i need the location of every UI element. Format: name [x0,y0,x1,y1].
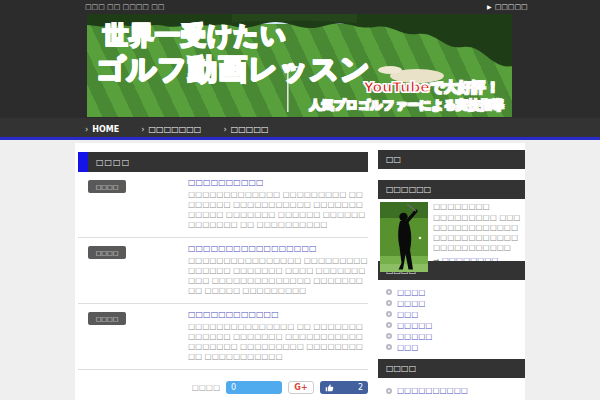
article-excerpt: □□□□□□□□□□□□□□□□ □□□□□□□□□□□□□□□ □□□□□□□… [188,256,368,296]
tweet-label: □□□□ [192,383,220,392]
sidebar-profile-heading: □□□□□□ [378,180,525,199]
article-excerpt: □□□□□□□□□□□□□□□ □□ □□□□□□□□□□□□□ □□□□□□□… [188,322,368,362]
article-row: □□□□ □□□□□□□□□□ □□□□□□□□□□□□□ □□□□□□□□□ … [78,172,368,238]
banner-title-line2: ゴルフ動画レッスン [96,55,371,84]
article-title-link[interactable]: □□□□□□□□□□□□ [188,310,368,320]
article-badge: □□□□ [88,246,126,259]
top-nav-links[interactable]: □□□ □□ □□□□ □□ [85,3,164,11]
banner-title-line1: 世界一受けたい [103,23,287,48]
article-row: □□□□ □□□□□□□□□□□□□□□□□ □□□□□□□□□□□□□□□□ … [78,238,368,304]
bullet-circle-icon [386,311,392,317]
article-badge: □□□□ [88,312,126,325]
bullet-circle-icon [386,322,392,328]
section-heading: □□□□ [78,152,368,172]
social-share-row: □□□□ 0 G+ 2 [78,380,368,394]
nav-item-home[interactable]: ›HOME [85,125,119,134]
profile-widget: □□□□□□□□ □□□□□□□□□ □□□□□□□□□□□□□□□□□□□□□… [378,202,525,261]
twitter-share-button[interactable]: 0 [226,381,282,394]
main-nav: ›HOME ›□□□□□□□ ›□□□□□ [0,118,600,140]
profile-bio: □□□□□□□□□ □□□□□□□□□□□□□□□□□□□□□□□□□□□□□□… [433,213,525,253]
category-link[interactable]: □□□ [386,342,525,352]
heading-accent-square [78,152,88,172]
nav-item-3[interactable]: ›□□□□□ [223,125,268,134]
recent-post-link[interactable]: □□□□□□□□□□ [386,386,525,395]
nav-item-2[interactable]: ›□□□□□□□ [141,125,201,134]
article-excerpt: □□□□□□□□□□□□□ □□□□□□□□□ □□□□□□□□ □□□□□□□… [188,190,368,230]
sidebar: □□ □□□□□□ □□□□□□□□ □□□□□□□□□ □□□□□□□□□□□… [378,150,525,400]
chevron-right-icon: › [223,125,226,134]
top-right-link-label: □□□□□ [495,3,528,11]
category-link[interactable]: □□□□ [386,287,525,297]
article-title-link[interactable]: □□□□□□□□□□ [188,178,368,188]
sidebar-search-heading: □□ [378,150,525,169]
category-list: □□□□ □□□□ □□□ □□□□□ □□□□□ □□□ [378,280,525,359]
article-row: □□□□ □□□□□□□□□□□□ □□□□□□□□□□□□□□□ □□ □□□… [78,304,368,370]
page-container: □□□□ □□□□ □□□□□□□□□□ □□□□□□□□□□□□□ □□□□□… [75,143,525,400]
profile-name: □□□□□□□□ [433,202,525,211]
header-band: 世界一受けたい ゴルフ動画レッスン YouTubeで大好評！ 人気プロゴルファー… [0,13,600,118]
banner-image[interactable]: 世界一受けたい ゴルフ動画レッスン YouTubeで大好評！ 人気プロゴルファー… [87,14,512,117]
category-link[interactable]: □□□□□ [386,320,525,330]
facebook-like-button[interactable]: 2 [320,381,368,394]
top-utility-bar: □□□ □□ □□□□ □□ ▶□□□□□ [0,0,600,13]
golfer-photo [380,202,428,272]
thumbs-up-icon [325,383,334,392]
category-link[interactable]: □□□ [386,309,525,319]
banner-ribbon-line1: YouTubeで大好評！ [364,80,500,94]
recent-posts-list: □□□□□□□□□□ □□□□□□□□□□□□□□ [378,378,525,400]
category-link[interactable]: □□□□ [386,298,525,308]
article-title-link[interactable]: □□□□□□□□□□□□□□□□□ [188,244,368,254]
sidebar-recent-heading: □□□□ [378,359,525,378]
chevron-right-icon: › [85,125,88,134]
banner-ribbon-line2: 人気プロゴルファーによる実技指導 [309,99,504,111]
section-heading-label: □□□□ [96,158,130,167]
like-count: 2 [358,383,363,392]
bullet-circle-icon [386,388,392,394]
main-column: □□□□ □□□□ □□□□□□□□□□ □□□□□□□□□□□□□ □□□□□… [78,152,368,400]
chevron-right-icon: › [141,125,144,134]
googleplus-share-button[interactable]: G+ [288,381,314,394]
play-arrow-icon: ▶ [487,3,492,10]
category-link[interactable]: □□□□□ [386,331,525,341]
article-badge: □□□□ [88,180,126,193]
bullet-circle-icon [386,289,392,295]
bullet-circle-icon [386,333,392,339]
top-right-link[interactable]: ▶□□□□□ [487,3,528,11]
bullet-circle-icon [386,344,392,350]
bullet-circle-icon [386,300,392,306]
